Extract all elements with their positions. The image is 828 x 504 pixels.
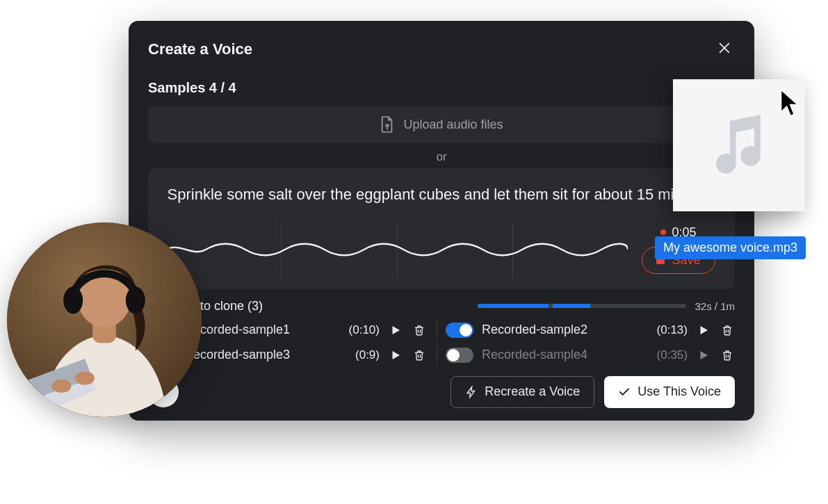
clone-progress: 32s / 1m bbox=[478, 300, 735, 312]
recreate-voice-button[interactable]: Recreate a Voice bbox=[450, 376, 594, 408]
svg-point-5 bbox=[63, 286, 83, 314]
or-separator: or bbox=[148, 150, 735, 164]
progress-bar[interactable] bbox=[478, 304, 686, 308]
samples-grid: Recorded-sample1 (0:10) Recorded-sample2… bbox=[148, 320, 735, 365]
trash-icon bbox=[413, 348, 425, 362]
user-avatar bbox=[7, 222, 202, 417]
waveform[interactable] bbox=[166, 221, 628, 278]
sample-play-button[interactable] bbox=[388, 323, 403, 338]
dragged-file-name-chip: My awesome voice.mp3 bbox=[655, 236, 806, 259]
sample-toggle[interactable] bbox=[446, 348, 473, 363]
sample-name: Recorded-sample1 bbox=[184, 323, 334, 337]
recording-panel: Sprinkle some salt over the eggplant cub… bbox=[148, 168, 735, 289]
trash-icon bbox=[721, 348, 733, 362]
svg-point-6 bbox=[126, 286, 145, 314]
svg-point-7 bbox=[51, 379, 71, 393]
sample-delete-button[interactable] bbox=[720, 347, 735, 364]
use-this-voice-label: Use This Voice bbox=[638, 384, 721, 399]
modal-title: Create a Voice bbox=[148, 40, 252, 58]
trash-icon bbox=[413, 323, 425, 337]
waveform-row: 0:05 Save bbox=[166, 221, 717, 278]
prompt-text: Sprinkle some salt over the eggplant cub… bbox=[166, 184, 717, 206]
sample-toggle[interactable] bbox=[446, 323, 473, 338]
close-button[interactable] bbox=[714, 38, 735, 60]
sample-duration: (0:35) bbox=[650, 348, 688, 362]
sample-row: Recorded-sample4 (0:35) bbox=[446, 346, 735, 365]
sample-row: Recorded-sample2 (0:13) bbox=[446, 320, 735, 340]
modal-footer: Recreate a Voice Use This Voice bbox=[148, 376, 735, 408]
recording-dot-icon bbox=[660, 229, 666, 235]
upload-file-icon bbox=[380, 115, 395, 133]
modal-header: Create a Voice bbox=[148, 38, 735, 60]
check-icon bbox=[618, 386, 631, 398]
sample-delete-button[interactable] bbox=[720, 322, 735, 339]
sample-duration: (0:9) bbox=[342, 348, 380, 362]
sample-delete-button[interactable] bbox=[412, 347, 427, 364]
create-voice-modal: Create a Voice Samples 4 / 4 Upload audi… bbox=[129, 21, 754, 421]
close-icon bbox=[717, 40, 732, 56]
play-icon bbox=[389, 349, 402, 361]
sample-play-button[interactable] bbox=[696, 323, 711, 338]
svg-point-8 bbox=[75, 371, 95, 385]
sample-name: Recorded-sample2 bbox=[482, 323, 642, 337]
music-note-icon bbox=[701, 107, 777, 184]
sample-play-button[interactable] bbox=[696, 348, 711, 363]
upload-audio-button[interactable]: Upload audio files bbox=[148, 106, 735, 143]
recreate-voice-label: Recreate a Voice bbox=[485, 384, 580, 399]
sample-delete-button[interactable] bbox=[412, 322, 427, 339]
trash-icon bbox=[721, 323, 733, 337]
play-icon bbox=[697, 324, 710, 336]
progress-text: 32s / 1m bbox=[695, 300, 735, 312]
avatar-illustration-icon bbox=[7, 222, 202, 417]
samples-counter: Samples 4 / 4 bbox=[148, 80, 735, 96]
play-icon bbox=[389, 324, 402, 336]
upload-audio-label: Upload audio files bbox=[403, 117, 503, 132]
waveform-line-icon bbox=[166, 221, 628, 278]
lightning-icon bbox=[465, 385, 478, 399]
sample-play-button[interactable] bbox=[388, 348, 403, 363]
play-icon bbox=[697, 349, 710, 361]
sample-duration: (0:13) bbox=[650, 323, 688, 337]
sample-name: Recorded-sample3 bbox=[184, 348, 334, 362]
samples-to-clone-header: Samples to clone (3) 32s / 1m bbox=[148, 299, 735, 314]
sample-name: Recorded-sample4 bbox=[482, 348, 642, 362]
cursor-arrow-icon bbox=[779, 88, 802, 118]
use-this-voice-button[interactable]: Use This Voice bbox=[604, 376, 735, 408]
sample-duration: (0:10) bbox=[342, 323, 380, 337]
